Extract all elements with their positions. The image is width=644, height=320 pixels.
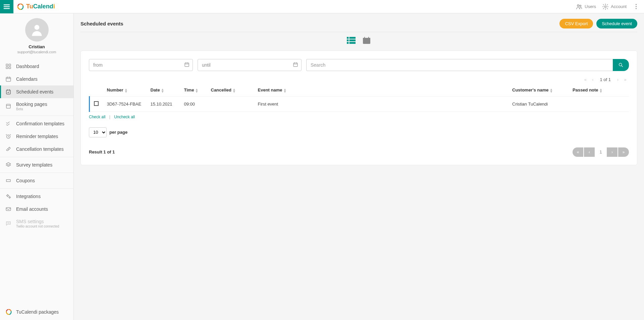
menu-toggle[interactable] xyxy=(0,0,13,13)
sidebar-item-booking-pages[interactable]: Booking pages Beta xyxy=(0,98,73,114)
list-view-toggle[interactable] xyxy=(347,37,356,45)
sidebar-nav: Dashboard Calendars Scheduled events Boo… xyxy=(0,57,73,304)
sidebar-footer-packages[interactable]: TuCalendi packages xyxy=(0,304,73,320)
sidebar-item-label: Cancellation templates xyxy=(16,146,64,152)
ticket-icon xyxy=(5,178,11,184)
pager-label: 1 of 1 xyxy=(600,77,611,82)
date-from-input[interactable] xyxy=(89,59,193,71)
search-button[interactable] xyxy=(613,59,629,71)
svg-point-1 xyxy=(580,5,581,6)
per-page-select[interactable]: 10 xyxy=(89,127,107,137)
logo-ring-small-icon xyxy=(5,309,12,315)
check-all-link[interactable]: Check all xyxy=(89,115,105,119)
envelope-icon xyxy=(5,206,11,212)
account-link[interactable]: Account xyxy=(602,3,627,10)
col-customer-name[interactable]: Customer's name xyxy=(508,84,569,96)
topbar-actions: Users Account xyxy=(576,3,644,10)
profile-name: Cristian xyxy=(3,44,70,49)
date-until-input[interactable] xyxy=(198,59,302,71)
sidebar-item-cancellation-templates[interactable]: Cancellation templates xyxy=(0,143,73,155)
svg-rect-8 xyxy=(6,77,11,81)
gears-icon xyxy=(5,193,11,199)
svg-rect-31 xyxy=(364,42,365,43)
sidebar-item-calendars[interactable]: Calendars xyxy=(0,73,73,85)
per-page-row: 10 per page xyxy=(89,119,629,137)
calendar-icon xyxy=(5,76,11,82)
cell-time: 09:00 xyxy=(180,96,207,112)
sidebar-item-label: Email accounts xyxy=(16,206,48,212)
svg-rect-33 xyxy=(367,42,368,43)
avatar[interactable] xyxy=(25,18,49,42)
cell-date: 15.10.2021 xyxy=(147,96,180,112)
event-check-icon xyxy=(5,89,11,95)
more-menu[interactable] xyxy=(633,4,639,9)
per-page-label: per page xyxy=(109,130,127,135)
svg-rect-5 xyxy=(9,64,11,66)
packages-label: TuCalendi packages xyxy=(16,309,59,315)
sidebar-item-integrations[interactable]: Integrations xyxy=(0,190,73,203)
uncheck-all-link[interactable]: Uncheck all xyxy=(114,115,135,119)
pager-last-button[interactable]: » xyxy=(618,147,629,157)
search-icon xyxy=(618,62,624,68)
calendar-view-icon xyxy=(362,37,371,44)
account-label: Account xyxy=(611,4,627,9)
sidebar-item-dashboard[interactable]: Dashboard xyxy=(0,60,73,73)
svg-rect-26 xyxy=(364,37,365,39)
csv-export-button[interactable]: CSV Export xyxy=(559,19,593,28)
events-card: « ‹ 1 of 1 › » Number Date Time Cancelle… xyxy=(80,51,637,165)
pager-prev[interactable]: ‹ xyxy=(589,77,596,82)
svg-rect-21 xyxy=(350,40,356,41)
svg-point-2 xyxy=(605,6,606,7)
calendar-picker-icon[interactable] xyxy=(293,62,298,68)
search-input[interactable] xyxy=(306,59,613,71)
sidebar-item-label: Booking pages xyxy=(16,102,47,107)
profile-block: Cristian support@tucalendi.com xyxy=(0,13,73,57)
col-number[interactable]: Number xyxy=(103,84,147,96)
result-text: Result 1 of 1 xyxy=(89,149,115,154)
pager-next-button[interactable]: › xyxy=(607,147,618,157)
pager-current-page: 1 xyxy=(595,147,606,157)
sidebar-item-sublabel: Beta xyxy=(16,107,47,111)
col-date[interactable]: Date xyxy=(147,84,180,96)
table-footer: Result 1 of 1 « ‹ 1 › » xyxy=(89,137,629,157)
pager-bottom: « ‹ 1 › » xyxy=(573,147,629,157)
svg-point-36 xyxy=(619,63,622,66)
calendar-picker-icon[interactable] xyxy=(184,62,190,68)
logo-text: TuCalendi xyxy=(26,3,55,10)
sidebar-item-scheduled-events[interactable]: Scheduled events xyxy=(0,85,73,98)
sidebar-item-coupons[interactable]: Coupons xyxy=(0,174,73,187)
svg-rect-7 xyxy=(9,67,11,69)
profile-email: support@tucalendi.com xyxy=(3,50,70,54)
calendar-view-toggle[interactable] xyxy=(362,37,371,45)
topbar: TuCalendi Users Account xyxy=(0,0,644,13)
gear-icon xyxy=(602,3,609,10)
pager-first-button[interactable]: « xyxy=(573,147,583,157)
svg-rect-35 xyxy=(293,63,298,67)
svg-rect-20 xyxy=(347,40,348,41)
pager-top: « ‹ 1 of 1 › » xyxy=(89,71,629,84)
schedule-event-button[interactable]: Schedule event xyxy=(596,19,637,28)
sidebar-item-reminder-templates[interactable]: Reminder templates xyxy=(0,130,73,143)
svg-point-0 xyxy=(577,5,579,6)
col-event-name[interactable]: Event name xyxy=(254,84,508,96)
svg-rect-32 xyxy=(366,42,367,43)
sidebar-item-confirmation-templates[interactable]: Confirmation templates xyxy=(0,117,73,130)
col-time[interactable]: Time xyxy=(180,84,207,96)
cell-cancelled xyxy=(207,96,254,112)
pager-last[interactable]: » xyxy=(622,77,629,82)
brand-logo[interactable]: TuCalendi xyxy=(13,3,55,10)
pager-next[interactable]: › xyxy=(614,77,622,82)
row-checkbox[interactable] xyxy=(94,101,99,106)
sidebar-item-survey-templates[interactable]: Survey templates xyxy=(0,158,73,171)
col-cancelled[interactable]: Cancelled xyxy=(207,84,254,96)
sidebar-item-label: Survey templates xyxy=(16,162,52,168)
col-passed-note[interactable]: Passed note xyxy=(569,84,629,96)
date-from-wrapper xyxy=(89,59,193,71)
page-title: Scheduled events xyxy=(80,21,123,26)
sidebar-item-email-accounts[interactable]: Email accounts xyxy=(0,203,73,215)
pager-prev-button[interactable]: ‹ xyxy=(584,147,595,157)
users-link[interactable]: Users xyxy=(576,3,596,10)
pager-first[interactable]: « xyxy=(582,77,589,82)
svg-rect-6 xyxy=(6,67,8,69)
table-row[interactable]: 3D67-7524-FBAE 15.10.2021 09:00 First ev… xyxy=(90,96,629,112)
